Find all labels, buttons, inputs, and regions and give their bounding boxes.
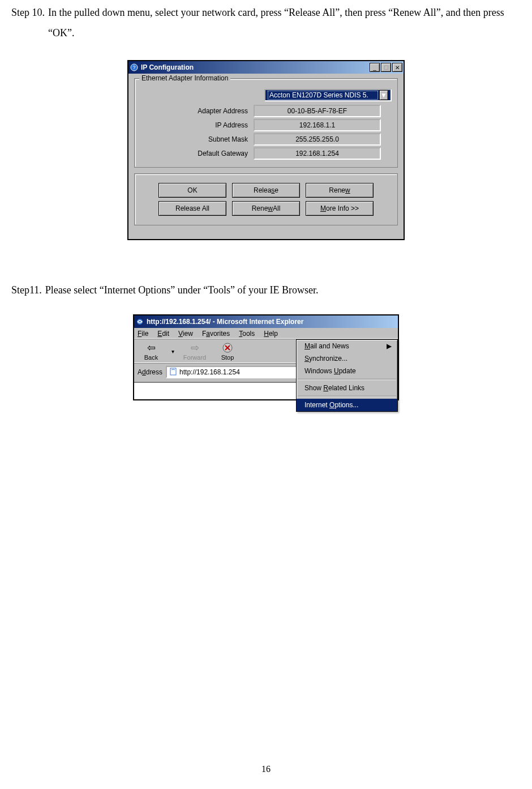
address-label: Address	[138, 368, 162, 376]
menu-show-related-links[interactable]: Show Related Links	[297, 382, 397, 394]
minimize-button[interactable]: _	[370, 63, 380, 72]
subnet-mask-value: 255.255.255.0	[254, 133, 381, 146]
renew-button[interactable]: Renew	[306, 183, 374, 198]
ethernet-adapter-label: Ethernet Adapter Information	[139, 74, 230, 82]
ethernet-adapter-group: Ethernet Adapter Information Accton EN12…	[134, 78, 398, 168]
ipcfg-title: IP Configuration	[141, 63, 370, 71]
menu-windows-update[interactable]: Windows Update	[297, 365, 397, 377]
step-10: Step 10. In the pulled down menu, select…	[11, 2, 521, 43]
menu-mail-and-news[interactable]: Mail and News ▶	[297, 340, 397, 352]
step-11: Step11. Please select “Internet Options”…	[11, 280, 521, 300]
ok-button[interactable]: OK	[158, 183, 226, 198]
maximize-button[interactable]: ☐	[381, 63, 391, 72]
stop-button[interactable]: Stop	[214, 342, 241, 361]
chevron-down-icon[interactable]: ▼	[379, 90, 388, 100]
ie-title: http://192.168.1.254/ - Microsoft Intern…	[147, 318, 397, 326]
ie-menubar: File Edit View Favorites Tools Help	[134, 328, 398, 339]
ipcfg-icon: ?	[130, 63, 139, 72]
menu-separator	[298, 396, 396, 397]
step-11-body: Please select “Internet Options” under “…	[42, 280, 319, 300]
menu-favorites[interactable]: Favorites	[202, 330, 230, 338]
back-arrow-icon: ⇦	[147, 342, 156, 354]
back-button[interactable]: ⇦ Back	[138, 342, 165, 361]
ip-address-value: 192.168.1.1	[254, 119, 381, 131]
stop-icon	[222, 342, 233, 354]
ipcfg-button-group: OK Release Renew Release All Renew All M…	[134, 173, 398, 225]
ip-configuration-window: ? IP Configuration _ ☐ ✕ Ethernet Adapte…	[127, 60, 405, 240]
release-button[interactable]: Release	[232, 183, 300, 198]
adapter-address-value: 00-10-B5-AF-78-EF	[254, 105, 381, 117]
menu-file[interactable]: File	[138, 330, 148, 338]
step-10-label: Step 10.	[11, 2, 45, 43]
close-button[interactable]: ✕	[392, 63, 402, 72]
adapter-selected-text: Accton EN1207D Series NDIS 5.	[268, 91, 378, 100]
menu-edit[interactable]: Edit	[157, 330, 169, 338]
menu-synchronize[interactable]: Synchronize...	[297, 352, 397, 365]
default-gateway-label: Default Gateway	[140, 150, 254, 157]
address-value: http://192.168.1.254	[179, 368, 240, 376]
step-11-label: Step11.	[11, 280, 42, 300]
more-info-button[interactable]: More Info >>	[306, 201, 374, 216]
ie-toolbar: ⇦ Back ▾ ⇨ Forward Stop Mail a	[134, 339, 398, 364]
step-10-body: In the pulled down menu, select your net…	[45, 2, 521, 43]
ipcfg-titlebar: ? IP Configuration _ ☐ ✕	[128, 61, 404, 74]
adapter-select[interactable]: Accton EN1207D Series NDIS 5. ▼	[264, 89, 392, 101]
ie-titlebar: http://192.168.1.254/ - Microsoft Intern…	[134, 315, 398, 328]
menu-help[interactable]: Help	[264, 330, 278, 338]
menu-tools[interactable]: Tools	[239, 330, 255, 338]
subnet-mask-label: Subnet Mask	[140, 135, 254, 143]
menu-view[interactable]: View	[178, 330, 193, 338]
adapter-address-label: Adapter Address	[140, 107, 254, 115]
forward-button[interactable]: ⇨ Forward	[181, 342, 208, 361]
ie-window: http://192.168.1.254/ - Microsoft Intern…	[133, 314, 399, 400]
default-gateway-value: 192.168.1.254	[254, 147, 381, 160]
forward-arrow-icon: ⇨	[191, 342, 199, 354]
tools-menu: Mail and News ▶ Synchronize... Windows U…	[296, 339, 398, 412]
svg-text:?: ?	[132, 65, 135, 70]
page-number: 16	[0, 764, 532, 774]
menu-internet-options[interactable]: Internet Options...	[297, 399, 397, 411]
ip-address-label: IP Address	[140, 121, 254, 129]
renew-all-button[interactable]: Renew All	[232, 201, 300, 216]
ie-icon	[135, 317, 144, 326]
release-all-button[interactable]: Release All	[158, 201, 226, 216]
submenu-arrow-icon: ▶	[387, 342, 392, 350]
menu-separator	[298, 379, 396, 380]
page-icon	[169, 368, 177, 377]
toolbar-dropdown-icon[interactable]: ▾	[170, 348, 175, 355]
